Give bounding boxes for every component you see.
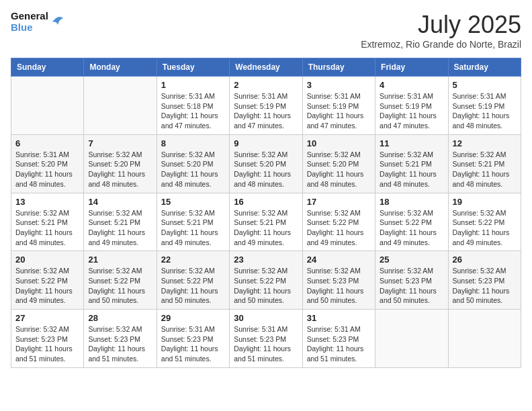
calendar-cell: 8Sunrise: 5:32 AM Sunset: 5:20 PM Daylig… (157, 134, 229, 193)
day-info: Sunrise: 5:32 AM Sunset: 5:23 PM Dayligh… (453, 266, 517, 306)
calendar-cell: 7Sunrise: 5:32 AM Sunset: 5:20 PM Daylig… (84, 134, 157, 193)
day-info: Sunrise: 5:31 AM Sunset: 5:19 PM Dayligh… (307, 91, 371, 131)
day-number: 15 (161, 197, 225, 207)
day-info: Sunrise: 5:32 AM Sunset: 5:21 PM Dayligh… (88, 208, 152, 248)
day-info: Sunrise: 5:32 AM Sunset: 5:21 PM Dayligh… (161, 208, 225, 248)
calendar-cell (11, 77, 84, 135)
day-number: 18 (380, 197, 443, 207)
calendar-cell: 25Sunrise: 5:32 AM Sunset: 5:23 PM Dayli… (375, 251, 448, 310)
day-number: 2 (234, 80, 298, 90)
calendar-cell: 23Sunrise: 5:32 AM Sunset: 5:22 PM Dayli… (230, 251, 302, 310)
calendar-cell: 16Sunrise: 5:32 AM Sunset: 5:21 PM Dayli… (230, 193, 302, 251)
day-info: Sunrise: 5:32 AM Sunset: 5:23 PM Dayligh… (380, 266, 443, 306)
day-number: 4 (380, 80, 443, 90)
calendar-cell: 10Sunrise: 5:32 AM Sunset: 5:20 PM Dayli… (302, 134, 375, 193)
calendar-cell: 22Sunrise: 5:32 AM Sunset: 5:22 PM Dayli… (157, 251, 229, 310)
calendar-cell: 4Sunrise: 5:31 AM Sunset: 5:19 PM Daylig… (375, 77, 448, 135)
calendar-cell: 27Sunrise: 5:32 AM Sunset: 5:23 PM Dayli… (11, 310, 84, 368)
day-info: Sunrise: 5:31 AM Sunset: 5:23 PM Dayligh… (161, 324, 225, 364)
day-number: 13 (15, 197, 79, 207)
day-number: 31 (307, 313, 371, 323)
calendar-cell: 29Sunrise: 5:31 AM Sunset: 5:23 PM Dayli… (157, 310, 229, 368)
day-number: 19 (453, 197, 517, 207)
day-number: 30 (234, 313, 298, 323)
logo-blue: Blue (11, 22, 33, 34)
calendar-cell: 3Sunrise: 5:31 AM Sunset: 5:19 PM Daylig… (302, 77, 375, 135)
day-number: 26 (453, 255, 517, 265)
day-number: 12 (453, 138, 517, 148)
weekday-header-cell: Wednesday (230, 58, 302, 77)
day-number: 6 (15, 138, 79, 148)
day-number: 16 (234, 197, 298, 207)
day-info: Sunrise: 5:31 AM Sunset: 5:23 PM Dayligh… (234, 324, 298, 364)
day-number: 5 (453, 80, 517, 90)
calendar-cell: 30Sunrise: 5:31 AM Sunset: 5:23 PM Dayli… (230, 310, 302, 368)
calendar-cell: 28Sunrise: 5:32 AM Sunset: 5:23 PM Dayli… (84, 310, 157, 368)
day-number: 29 (161, 313, 225, 323)
calendar-cell: 21Sunrise: 5:32 AM Sunset: 5:22 PM Dayli… (84, 251, 157, 310)
calendar-cell: 20Sunrise: 5:32 AM Sunset: 5:22 PM Dayli… (11, 251, 84, 310)
day-number: 11 (380, 138, 443, 148)
day-info: Sunrise: 5:32 AM Sunset: 5:22 PM Dayligh… (88, 266, 152, 306)
calendar-body: 1Sunrise: 5:31 AM Sunset: 5:18 PM Daylig… (11, 77, 521, 368)
calendar-week-row: 20Sunrise: 5:32 AM Sunset: 5:22 PM Dayli… (11, 251, 521, 310)
day-info: Sunrise: 5:31 AM Sunset: 5:19 PM Dayligh… (453, 91, 517, 131)
calendar-table: SundayMondayTuesdayWednesdayThursdayFrid… (11, 58, 521, 368)
day-number: 8 (161, 138, 225, 148)
day-number: 14 (88, 197, 152, 207)
day-info: Sunrise: 5:32 AM Sunset: 5:20 PM Dayligh… (307, 150, 371, 189)
calendar-cell: 26Sunrise: 5:32 AM Sunset: 5:23 PM Dayli… (448, 251, 521, 310)
calendar-week-row: 6Sunrise: 5:31 AM Sunset: 5:20 PM Daylig… (11, 134, 521, 193)
day-info: Sunrise: 5:32 AM Sunset: 5:23 PM Dayligh… (88, 324, 152, 364)
calendar-week-row: 1Sunrise: 5:31 AM Sunset: 5:18 PM Daylig… (11, 77, 521, 135)
logo: General Blue (11, 11, 64, 33)
day-number: 22 (161, 255, 225, 265)
day-number: 21 (88, 255, 152, 265)
calendar-cell: 14Sunrise: 5:32 AM Sunset: 5:21 PM Dayli… (84, 193, 157, 251)
day-number: 3 (307, 80, 371, 90)
day-info: Sunrise: 5:31 AM Sunset: 5:23 PM Dayligh… (307, 324, 371, 364)
calendar-cell: 1Sunrise: 5:31 AM Sunset: 5:18 PM Daylig… (157, 77, 229, 135)
calendar-cell: 9Sunrise: 5:32 AM Sunset: 5:20 PM Daylig… (230, 134, 302, 193)
weekday-header-row: SundayMondayTuesdayWednesdayThursdayFrid… (11, 58, 521, 77)
calendar-cell: 31Sunrise: 5:31 AM Sunset: 5:23 PM Dayli… (302, 310, 375, 368)
calendar-cell: 12Sunrise: 5:32 AM Sunset: 5:21 PM Dayli… (448, 134, 521, 193)
day-info: Sunrise: 5:31 AM Sunset: 5:19 PM Dayligh… (380, 91, 443, 131)
calendar-cell: 18Sunrise: 5:32 AM Sunset: 5:22 PM Dayli… (375, 193, 448, 251)
calendar-cell: 24Sunrise: 5:32 AM Sunset: 5:23 PM Dayli… (302, 251, 375, 310)
day-info: Sunrise: 5:32 AM Sunset: 5:23 PM Dayligh… (307, 266, 371, 306)
calendar-week-row: 27Sunrise: 5:32 AM Sunset: 5:23 PM Dayli… (11, 310, 521, 368)
day-number: 1 (161, 80, 225, 90)
day-number: 25 (380, 255, 443, 265)
calendar-cell (448, 310, 521, 368)
logo-bird-icon (51, 13, 64, 32)
day-info: Sunrise: 5:32 AM Sunset: 5:22 PM Dayligh… (307, 208, 371, 248)
weekday-header-cell: Tuesday (157, 58, 229, 77)
day-info: Sunrise: 5:32 AM Sunset: 5:22 PM Dayligh… (453, 208, 517, 248)
weekday-header-cell: Friday (375, 58, 448, 77)
day-info: Sunrise: 5:31 AM Sunset: 5:18 PM Dayligh… (161, 91, 225, 131)
day-info: Sunrise: 5:32 AM Sunset: 5:22 PM Dayligh… (161, 266, 225, 306)
weekday-header-cell: Monday (84, 58, 157, 77)
day-info: Sunrise: 5:32 AM Sunset: 5:21 PM Dayligh… (15, 208, 79, 248)
calendar-cell: 19Sunrise: 5:32 AM Sunset: 5:22 PM Dayli… (448, 193, 521, 251)
day-info: Sunrise: 5:32 AM Sunset: 5:20 PM Dayligh… (88, 150, 152, 189)
calendar-cell (375, 310, 448, 368)
day-info: Sunrise: 5:32 AM Sunset: 5:23 PM Dayligh… (15, 324, 79, 364)
day-number: 17 (307, 197, 371, 207)
title-block: July 2025 Extremoz, Rio Grande do Norte,… (361, 11, 521, 50)
calendar-cell: 11Sunrise: 5:32 AM Sunset: 5:21 PM Dayli… (375, 134, 448, 193)
day-number: 28 (88, 313, 152, 323)
calendar-week-row: 13Sunrise: 5:32 AM Sunset: 5:21 PM Dayli… (11, 193, 521, 251)
weekday-header-cell: Sunday (11, 58, 84, 77)
month-title: July 2025 (361, 11, 521, 39)
calendar-cell: 15Sunrise: 5:32 AM Sunset: 5:21 PM Dayli… (157, 193, 229, 251)
logo-text-block: General Blue (11, 11, 64, 33)
day-number: 7 (88, 138, 152, 148)
day-number: 24 (307, 255, 371, 265)
day-info: Sunrise: 5:32 AM Sunset: 5:22 PM Dayligh… (234, 266, 298, 306)
day-info: Sunrise: 5:32 AM Sunset: 5:21 PM Dayligh… (380, 150, 443, 189)
day-info: Sunrise: 5:32 AM Sunset: 5:20 PM Dayligh… (161, 150, 225, 189)
weekday-header-cell: Saturday (448, 58, 521, 77)
day-info: Sunrise: 5:32 AM Sunset: 5:22 PM Dayligh… (380, 208, 443, 248)
